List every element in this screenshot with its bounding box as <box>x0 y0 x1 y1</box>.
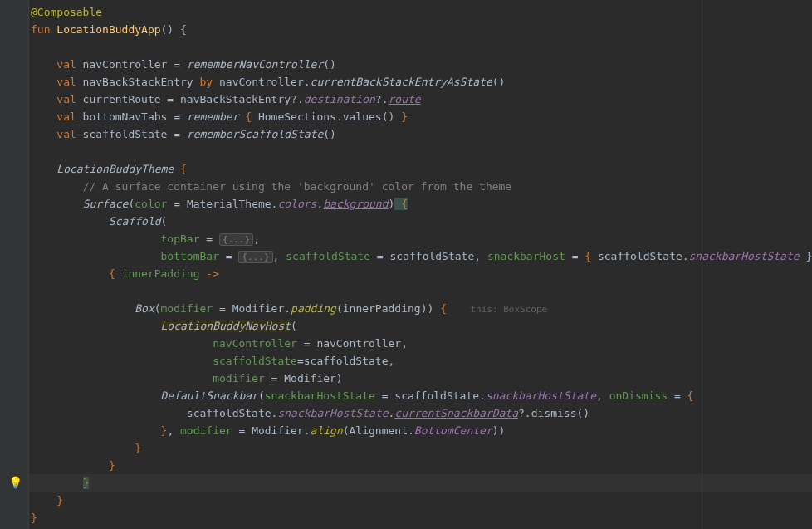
code-line[interactable]: Box(modifier = Modifier.padding(innerPad… <box>29 300 812 317</box>
right-margin-line <box>702 0 702 529</box>
code-line[interactable]: scaffoldState.snackbarHostState.currentS… <box>29 404 812 422</box>
code-line[interactable]: Scaffold( <box>29 213 812 230</box>
code-fold[interactable]: {...} <box>238 251 272 263</box>
code-line-current[interactable]: } <box>29 474 812 492</box>
code-line[interactable]: val scaffoldState = rememberScaffoldStat… <box>29 125 812 143</box>
code-fold[interactable]: {...} <box>219 233 253 246</box>
code-line[interactable]: fun LocationBuddyApp() { <box>29 21 812 38</box>
code-line[interactable]: { innerPadding -> <box>29 265 812 282</box>
code-line[interactable]: LocationBuddyTheme { <box>29 160 812 178</box>
code-line[interactable]: }, modifier = Modifier.align(Alignment.B… <box>29 422 812 439</box>
code-line[interactable]: topBar = {...}, <box>29 230 812 247</box>
code-line[interactable]: bottomBar = {...}, scaffoldState = scaff… <box>29 247 812 265</box>
code-line[interactable]: } <box>29 509 812 527</box>
editor-gutter[interactable]: 💡 <box>0 0 29 529</box>
code-line[interactable] <box>29 143 812 160</box>
code-line[interactable] <box>29 38 812 56</box>
code-line[interactable]: scaffoldState=scaffoldState, <box>29 352 812 370</box>
code-line[interactable] <box>29 282 812 300</box>
code-line[interactable]: val currentRoute = navBackStackEntry?.de… <box>29 91 812 108</box>
code-line[interactable]: val navBackStackEntry by navController.c… <box>29 73 812 91</box>
inlay-hint: this: BoxScope <box>466 303 551 316</box>
code-line[interactable]: val bottomNavTabs = remember { HomeSecti… <box>29 108 812 125</box>
code-line[interactable]: val navController = rememberNavControlle… <box>29 56 812 73</box>
code-line[interactable]: LocationBuddyNavHost( <box>29 317 812 335</box>
code-line[interactable]: } <box>29 439 812 457</box>
code-line[interactable]: } <box>29 492 812 509</box>
code-line[interactable]: @Composable <box>29 3 812 21</box>
code-line[interactable]: // A surface container using the 'backgr… <box>29 178 812 195</box>
intention-bulb-icon[interactable]: 💡 <box>8 474 22 492</box>
code-line[interactable]: DefaultSnackbar(snackbarHostState = scaf… <box>29 387 812 404</box>
code-line[interactable]: Surface(color = MaterialTheme.colors.bac… <box>29 195 812 213</box>
code-editor[interactable]: @Composable fun LocationBuddyApp() { val… <box>29 0 812 529</box>
code-line[interactable]: } <box>29 457 812 474</box>
code-line[interactable]: navController = navController, <box>29 335 812 352</box>
code-line[interactable]: modifier = Modifier) <box>29 370 812 387</box>
